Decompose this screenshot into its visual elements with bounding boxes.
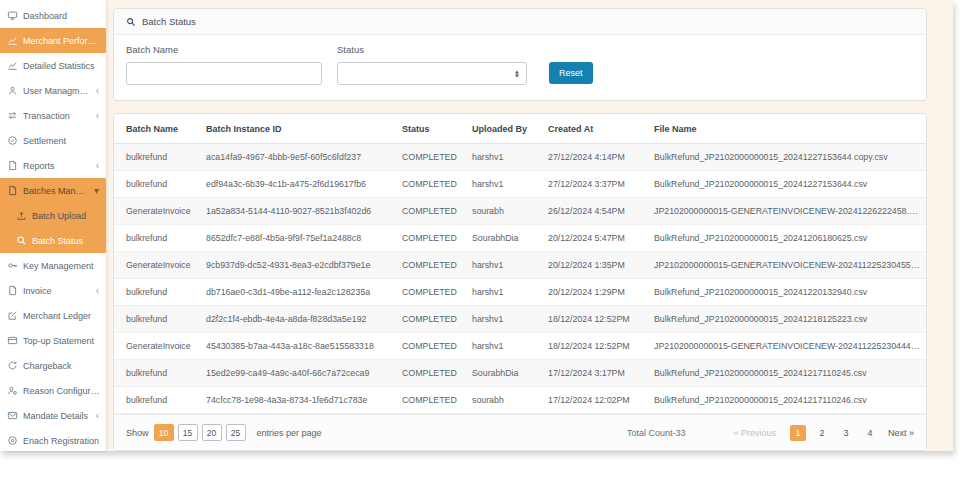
reset-button[interactable]: Reset xyxy=(549,62,593,84)
cell-file-name: JP2102000000015-GENERATEINVOICENEW-20241… xyxy=(648,252,926,279)
transfer-icon xyxy=(7,110,18,121)
page-button-3[interactable]: 3 xyxy=(838,425,854,441)
sidebar-item-dashboard[interactable]: Dashboard xyxy=(0,3,106,28)
sidebar-item-batch-status[interactable]: Batch Status xyxy=(0,228,106,253)
page-size-button-15[interactable]: 15 xyxy=(178,424,198,441)
cell-uploaded-by: harshv1 xyxy=(466,279,542,306)
page-button-1[interactable]: 1 xyxy=(790,425,806,441)
batch-status-table-card: Batch NameBatch Instance IDStatusUploade… xyxy=(113,113,927,451)
cell-created-at: 27/12/2024 3:37PM xyxy=(542,171,648,198)
cell-created-at: 18/12/2024 12:52PM xyxy=(542,306,648,333)
page-size-button-10[interactable]: 10 xyxy=(154,424,174,441)
sidebar-item-chargeback[interactable]: Chargeback xyxy=(0,353,106,378)
page-size-button-20[interactable]: 20 xyxy=(202,424,222,441)
batch-name-label: Batch Name xyxy=(126,44,322,55)
sidebar-item-reports[interactable]: Reports‹ xyxy=(0,153,106,178)
sidebar-item-label: Top-up Statement xyxy=(23,336,101,346)
table-row: bulkrefunddb716ae0-c3d1-49be-a112-fea2c1… xyxy=(114,279,926,306)
sidebar-item-mandate-details[interactable]: Mandate Details‹ xyxy=(0,403,106,428)
page-button-2[interactable]: 2 xyxy=(814,425,830,441)
sidebar-item-label: Detailed Statistics xyxy=(23,61,101,71)
table-row: bulkrefundaca14fa9-4967-4bbb-9e5f-60f5c6… xyxy=(114,144,926,171)
cell-batch-name: bulkrefund xyxy=(114,360,200,387)
table-row: GenerateInvoice1a52a834-5144-4110-9027-8… xyxy=(114,198,926,225)
table-footer: Show 10152025 entries per page Total Cou… xyxy=(114,414,926,450)
page-button-4[interactable]: 4 xyxy=(862,425,878,441)
sidebar-item-user-managment[interactable]: User Managment‹ xyxy=(0,78,106,103)
sidebar-item-settlement[interactable]: Settlement xyxy=(0,128,106,153)
sidebar-item-merchant-performance[interactable]: Merchant Performance xyxy=(0,28,106,53)
sidebar-item-label: User Managment xyxy=(23,86,91,96)
cell-created-at: 17/12/2024 12:02PM xyxy=(542,387,648,414)
file-icon xyxy=(7,160,18,171)
cell-batch-name: bulkrefund xyxy=(114,387,200,414)
card-icon xyxy=(7,335,18,346)
cell-file-name: BulkRefund_JP2102000000015_2024121812522… xyxy=(648,306,926,333)
chart-line-icon xyxy=(7,35,18,46)
cell-instance-id: d2f2c1f4-ebdb-4e4a-a8da-f828d3a5e192 xyxy=(200,306,396,333)
sidebar-item-enach-registration[interactable]: Enach Registration xyxy=(0,428,106,453)
app-window: DashboardMerchant PerformanceDetailed St… xyxy=(0,0,969,486)
cell-batch-name: bulkrefund xyxy=(114,279,200,306)
chevron-icon: ‹ xyxy=(96,85,101,96)
sidebar-item-merchant-ledger[interactable]: Merchant Ledger xyxy=(0,303,106,328)
sidebar-item-transaction[interactable]: Transaction‹ xyxy=(0,103,106,128)
sidebar-item-batch-upload[interactable]: Batch Upload xyxy=(0,203,106,228)
cell-status: COMPLETED xyxy=(396,252,466,279)
select-spinner-icon xyxy=(515,70,519,77)
cell-uploaded-by: harshv1 xyxy=(466,252,542,279)
sidebar-nav: DashboardMerchant PerformanceDetailed St… xyxy=(0,3,106,453)
page-number-buttons: 1234 xyxy=(786,425,882,441)
cell-batch-name: bulkrefund xyxy=(114,225,200,252)
batch-name-field: Batch Name xyxy=(126,44,322,85)
sidebar-item-label: Key Management xyxy=(23,261,101,271)
cell-status: COMPLETED xyxy=(396,144,466,171)
envelope-icon xyxy=(7,410,18,421)
table-row: GenerateInvoice45430385-b7aa-443a-a18c-8… xyxy=(114,333,926,360)
upload-icon xyxy=(16,210,27,221)
sidebar-item-invoice[interactable]: Invoice‹ xyxy=(0,278,106,303)
sidebar-item-label: Transaction xyxy=(23,111,91,121)
cell-uploaded-by: sourabh xyxy=(466,198,542,225)
cell-status: COMPLETED xyxy=(396,306,466,333)
circle-dot-icon xyxy=(7,435,18,446)
sidebar-item-label: Dashboard xyxy=(23,11,101,21)
page-size-button-25[interactable]: 25 xyxy=(226,424,246,441)
cell-uploaded-by: harshv1 xyxy=(466,171,542,198)
edit-icon xyxy=(7,310,18,321)
cell-uploaded-by: harshv1 xyxy=(466,333,542,360)
batch-name-input[interactable] xyxy=(126,62,322,85)
cell-created-at: 18/12/2024 12:52PM xyxy=(542,333,648,360)
batch-status-table: Batch NameBatch Instance IDStatusUploade… xyxy=(114,114,926,414)
cell-uploaded-by: harshv1 xyxy=(466,306,542,333)
sidebar-item-label: Merchant Ledger xyxy=(23,311,101,321)
sidebar-item-top-up-statement[interactable]: Top-up Statement xyxy=(0,328,106,353)
total-count: Total Count-33 xyxy=(627,428,686,438)
check-circle-icon xyxy=(7,135,18,146)
cell-instance-id: aca14fa9-4967-4bbb-9e5f-60f5c6fdf237 xyxy=(200,144,396,171)
status-select[interactable] xyxy=(337,62,527,85)
sidebar-item-label: Reason Configuration xyxy=(23,386,101,396)
entries-per-page-label: entries per page xyxy=(257,428,322,438)
app-shell: DashboardMerchant PerformanceDetailed St… xyxy=(0,0,953,451)
user-icon xyxy=(7,85,18,96)
sidebar-item-key-management[interactable]: Key Management xyxy=(0,253,106,278)
file-icon xyxy=(7,285,18,296)
sidebar-item-reason-configuration[interactable]: Reason Configuration xyxy=(0,378,106,403)
show-label: Show xyxy=(126,428,149,438)
chevron-icon: ‹ xyxy=(96,285,101,296)
sidebar-item-detailed-statistics[interactable]: Detailed Statistics xyxy=(0,53,106,78)
table-row: bulkrefund74cfcc78-1e98-4a3a-8734-1fe6d7… xyxy=(114,387,926,414)
batch-status-filter-card: Batch Status Batch Name Status xyxy=(113,8,927,101)
cell-status: COMPLETED xyxy=(396,333,466,360)
sidebar-item-batches-management[interactable]: Batches Management▾ xyxy=(0,178,106,203)
next-page-button[interactable]: Next » xyxy=(888,428,914,438)
cell-instance-id: 1a52a834-5144-4110-9027-8521b3f402d6 xyxy=(200,198,396,225)
filter-card-header: Batch Status xyxy=(114,9,926,35)
cell-batch-name: GenerateInvoice xyxy=(114,198,200,225)
cell-instance-id: 74cfcc78-1e98-4a3a-8734-1fe6d71c783e xyxy=(200,387,396,414)
table-header-row: Batch NameBatch Instance IDStatusUploade… xyxy=(114,114,926,144)
cell-status: COMPLETED xyxy=(396,171,466,198)
file-icon xyxy=(7,185,18,196)
previous-page-button[interactable]: « Previous xyxy=(733,428,776,438)
